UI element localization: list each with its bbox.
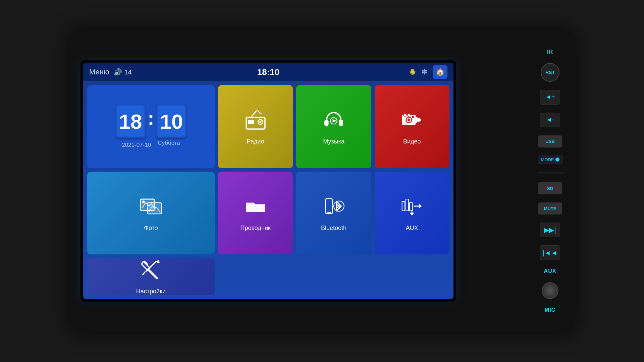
time-display: 18:10: [257, 67, 280, 77]
settings-icon: [139, 258, 163, 285]
settings-label: Настройки: [136, 288, 166, 295]
aux-icon: [400, 194, 424, 222]
svg-rect-24: [402, 201, 405, 211]
volume-value: 14: [124, 68, 131, 76]
svg-rect-26: [410, 202, 412, 211]
next-button[interactable]: ▶▶|: [540, 223, 560, 237]
photo-label: Фото: [144, 225, 158, 232]
brightness-icon: ✺: [409, 67, 416, 77]
svg-line-4: [251, 110, 257, 117]
prev-button[interactable]: |◄◄: [540, 245, 560, 260]
svg-point-13: [408, 119, 410, 121]
car-stereo-unit: Меню 🔊 14 18:10 ✺ ✽ 🏠 1: [70, 30, 574, 332]
clock-minutes: 10: [156, 105, 186, 138]
svg-marker-28: [419, 204, 422, 208]
tile-explorer[interactable]: Проводник: [218, 172, 293, 255]
menu-label: Меню: [89, 68, 109, 76]
svg-rect-7: [339, 120, 343, 126]
video-icon: [400, 108, 424, 135]
svg-marker-9: [332, 119, 336, 123]
tile-settings[interactable]: Настройки: [87, 258, 215, 295]
screen-bezel: Меню 🔊 14 18:10 ✺ ✽ 🏠 1: [80, 60, 456, 302]
svg-rect-1: [248, 120, 254, 124]
explorer-label: Проводник: [240, 225, 271, 232]
tile-radio[interactable]: Радио: [218, 85, 293, 168]
radio-icon: [244, 108, 267, 135]
clock-display: 18 : 10: [115, 105, 186, 138]
mute-button[interactable]: MUTE: [538, 202, 562, 215]
svg-point-14: [412, 116, 414, 118]
svg-marker-30: [410, 213, 414, 215]
mode-indicator: [555, 158, 559, 162]
clock-date: 2021-07-10: [122, 142, 151, 148]
svg-point-15: [404, 114, 406, 116]
photo-icon: [139, 194, 163, 222]
svg-rect-22: [327, 212, 331, 213]
svg-marker-17: [416, 117, 421, 123]
status-bar: Меню 🔊 14 18:10 ✺ ✽ 🏠: [83, 63, 453, 81]
svg-rect-21: [148, 202, 162, 214]
clock-hours: 18: [115, 105, 146, 138]
svg-point-20: [142, 200, 145, 203]
tile-video[interactable]: Видео: [375, 85, 449, 168]
svg-rect-6: [324, 120, 329, 126]
tile-music[interactable]: Музыка: [296, 85, 371, 168]
card-slot: [537, 172, 564, 174]
svg-rect-25: [406, 199, 409, 211]
volume-area: 🔊 14: [114, 68, 131, 76]
vol-up-button[interactable]: ◄+: [540, 90, 560, 105]
home-button[interactable]: 🏠: [433, 65, 447, 79]
tile-bluetooth[interactable]: Bluetooth: [296, 172, 371, 255]
radio-label: Радио: [247, 138, 264, 145]
svg-line-34: [143, 272, 145, 275]
bluetooth-status-icon: ✽: [421, 68, 427, 76]
svg-line-31: [148, 269, 157, 278]
mic-label: MIC: [545, 307, 555, 313]
music-icon: [322, 108, 345, 135]
screen: Меню 🔊 14 18:10 ✺ ✽ 🏠 1: [83, 63, 453, 299]
tile-photo[interactable]: Фото: [87, 172, 215, 255]
sd-label: SD: [538, 182, 562, 194]
tile-aux[interactable]: AUX: [375, 172, 449, 255]
clock-day: Суббота: [158, 140, 180, 148]
aux-label: AUX: [406, 225, 418, 232]
usb-label: USB: [538, 135, 562, 147]
aux-knob[interactable]: [542, 282, 558, 299]
video-label: Видео: [403, 138, 421, 145]
bluetooth-icon: [322, 194, 345, 222]
mode-button[interactable]: MODE: [538, 156, 562, 164]
svg-line-5: [257, 110, 261, 114]
aux-panel-label: AUX: [544, 268, 556, 274]
music-label: Музыка: [323, 138, 344, 145]
svg-marker-33: [156, 260, 160, 263]
volume-icon: 🔊: [114, 68, 122, 76]
svg-point-16: [408, 114, 410, 116]
rst-button[interactable]: RST: [541, 63, 559, 82]
vol-down-button[interactable]: ◄-: [540, 113, 560, 127]
main-grid: 18 : 10 2021-07-10 Суббота: [83, 81, 453, 299]
svg-point-3: [259, 121, 261, 123]
side-panel: IR RST ◄+ ◄- USB MODE SD MUTE ▶▶| |◄◄ AU…: [537, 47, 564, 315]
bluetooth-label: Bluetooth: [321, 225, 346, 232]
clock-widget: 18 : 10 2021-07-10 Суббота: [87, 85, 215, 168]
explorer-icon: [244, 194, 267, 222]
clock-colon: :: [148, 107, 154, 130]
ir-label: IR: [547, 49, 553, 55]
